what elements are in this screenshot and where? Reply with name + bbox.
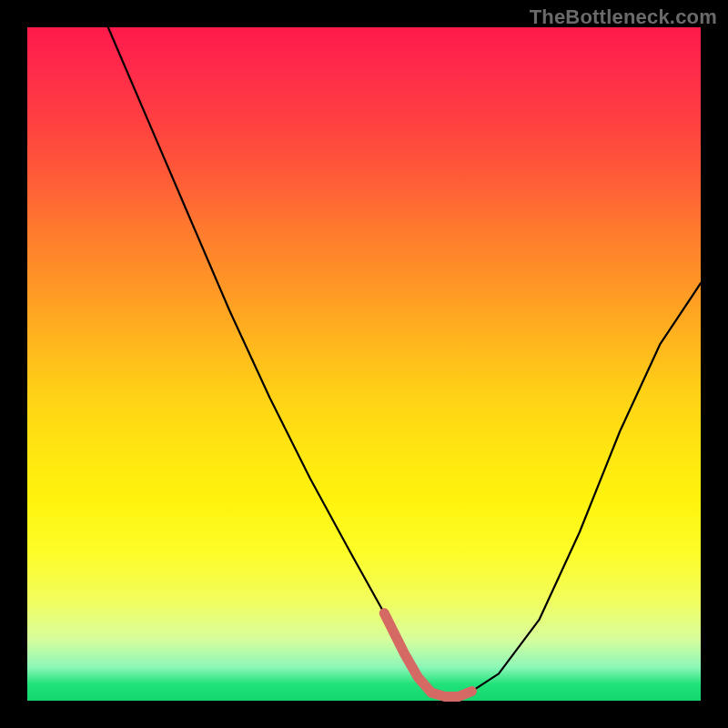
optimal-range-highlight xyxy=(384,613,471,697)
watermark-label: TheBottleneck.com xyxy=(530,5,717,29)
chart-svg xyxy=(27,27,701,701)
chart-frame: TheBottleneck.com xyxy=(0,0,728,728)
chart-plot-area xyxy=(27,27,701,701)
bottleneck-curve xyxy=(108,27,701,697)
